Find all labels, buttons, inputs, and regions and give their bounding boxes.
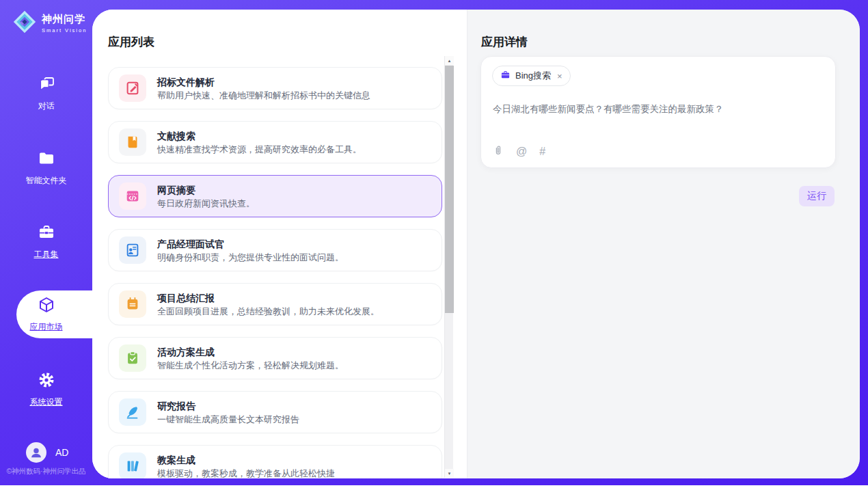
prompt-toolbar: @# [493,144,545,159]
book-icon [119,128,146,156]
sidebar-item-label: 对话 [38,100,55,112]
gear-icon [38,371,55,392]
interviewer-icon [119,236,146,264]
mention-icon[interactable]: @ [516,146,527,157]
app-item-name: 活动方案生成 [157,347,344,357]
sidebar-item-folders[interactable]: 智能文件夹 [0,150,92,187]
app-item-name: 研究报告 [157,401,299,411]
brand-name: 神州问学 [42,13,87,26]
app-list-item[interactable]: 文献搜索快速精准查找学术资源，提高研究效率的必备工具。 [108,121,442,163]
sidebar-item-label: 应用市场 [30,321,63,333]
briefcase-icon [500,70,511,83]
brand-logo: 神州问学 Smart Vision [12,10,87,37]
sidebar-item-market[interactable]: 应用市场 [0,296,92,333]
toolbox-icon [38,223,55,244]
app-item-desc: 明确身份和职责，为您提供专业性的面试问题。 [157,253,344,262]
brand-diamond-icon [12,10,37,37]
brand-subtitle: Smart Vision [42,27,87,33]
app-list-panel: 应用列表 招标文件解析帮助用户快速、准确地理解和解析招标书中的关键信息文献搜索快… [92,10,467,478]
app-item-desc: 帮助用户快速、准确地理解和解析招标书中的关键信息 [157,91,370,100]
main-panel: 应用列表 招标文件解析帮助用户快速、准确地理解和解析招标书中的关键信息文献搜索快… [92,10,860,478]
app-item-name: 产品经理面试官 [157,239,344,249]
app-item-name: 招标文件解析 [157,77,370,87]
folder-icon [38,150,55,170]
prompt-input[interactable]: 今日湖北有哪些新闻要点？有哪些需要关注的最新政策？ [493,103,824,116]
app-item-name: 网页摘要 [157,185,255,195]
user-avatar-icon [26,442,46,463]
app-list-item[interactable]: 产品经理面试官明确身份和职责，为您提供专业性的面试问题。 [108,229,442,271]
app-item-name: 项目总结汇报 [157,293,379,303]
sidebar-item-label: 系统设置 [30,396,63,408]
pen-document-icon [119,74,146,102]
app-list-item[interactable]: 项目总结汇报全面回顾项目进展，总结经验教训，助力未来优化发展。 [108,283,442,325]
app-item-desc: 一键智能生成高质量长文本研究报告 [157,415,299,424]
app-list-item[interactable]: 研究报告一键智能生成高质量长文本研究报告 [108,391,442,433]
hash-icon[interactable]: # [539,146,545,157]
app-list-item[interactable]: 活动方案生成智能生成个性化活动方案，轻松解决规划难题。 [108,337,442,379]
books-icon [119,452,146,478]
scroll-up-button[interactable]: ▲ [445,56,454,65]
run-button[interactable]: 运行 [799,186,835,206]
app-list-item[interactable]: 教案生成模板驱动，教案秒成，教学准备从此轻松快捷 [108,445,442,478]
scrollbar-thumb[interactable] [445,66,454,313]
sidebar-item-settings[interactable]: 系统设置 [0,371,92,408]
app-detail-title: 应用详情 [481,34,528,50]
app-list: 招标文件解析帮助用户快速、准确地理解和解析招标书中的关键信息文献搜索快速精准查找… [108,67,442,478]
user-initials: AD [55,447,68,458]
app-detail-panel: 应用详情 Bing搜索 × 今日湖北有哪些新闻要点？有哪些需要关注的最新政策？ … [467,10,860,478]
sidebar-item-label: 工具集 [34,249,59,260]
copyright-text: ©神州数码·神州问学出品 [0,467,92,476]
prompt-card: Bing搜索 × 今日湖北有哪些新闻要点？有哪些需要关注的最新政策？ @# [480,56,836,168]
cube-icon [38,296,55,316]
sidebar: 神州问学 Smart Vision 对话智能文件夹工具集应用市场系统设置 AD … [0,0,92,485]
app-window: 神州问学 Smart Vision 对话智能文件夹工具集应用市场系统设置 AD … [0,0,868,488]
notepad-icon [119,290,146,318]
tool-chip-bing-search[interactable]: Bing搜索 × [492,66,571,86]
browser-code-icon [119,182,146,210]
scroll-down-button[interactable]: ▼ [445,469,454,478]
tool-chip-label: Bing搜索 [515,70,551,82]
app-item-desc: 模板驱动，教案秒成，教学准备从此轻松快捷 [157,469,335,478]
sidebar-item-tools[interactable]: 工具集 [0,223,92,260]
app-list-item[interactable]: 网页摘要每日政府新闻资讯快查。 [108,175,442,217]
sidebar-item-chat[interactable]: 对话 [0,75,92,112]
sidebar-item-label: 智能文件夹 [26,175,67,187]
scrollbar[interactable]: ▲ ▼ [444,56,453,478]
app-item-name: 教案生成 [157,455,335,465]
app-item-desc: 全面回顾项目进展，总结经验教训，助力未来优化发展。 [157,307,379,316]
app-item-desc: 智能生成个性化活动方案，轻松解决规划难题。 [157,361,344,370]
app-item-desc: 快速精准查找学术资源，提高研究效率的必备工具。 [157,145,362,154]
user-profile[interactable]: AD [26,442,68,463]
app-list-item[interactable]: 招标文件解析帮助用户快速、准确地理解和解析招标书中的关键信息 [108,67,442,109]
ink-report-icon [119,398,146,426]
app-item-name: 文献搜索 [157,131,362,141]
clipboard-check-icon [119,344,146,372]
app-item-desc: 每日政府新闻资讯快查。 [157,199,255,208]
chat-icon [38,75,55,96]
attachment-icon[interactable] [493,144,504,159]
app-list-title: 应用列表 [108,34,154,50]
chip-close-icon[interactable]: × [557,71,562,81]
